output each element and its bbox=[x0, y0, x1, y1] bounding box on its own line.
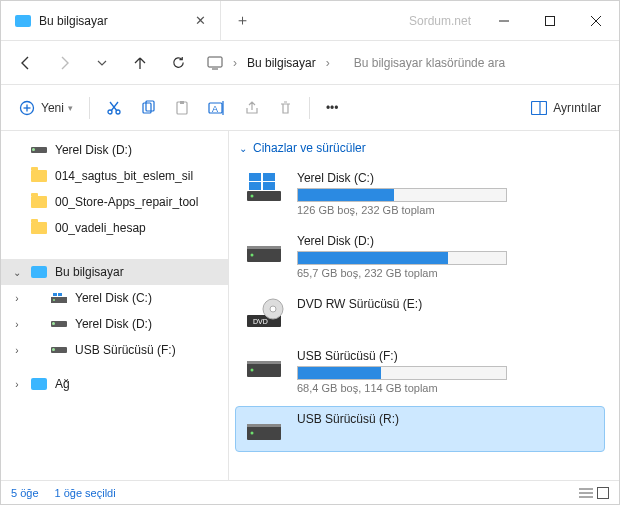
drive-subtext: 65,7 GB boş, 232 GB toplam bbox=[297, 267, 597, 279]
main-pane: ⌄ Cihazlar ve sürücüler Yerel Disk (C:)1… bbox=[229, 131, 619, 480]
drive-icon bbox=[243, 412, 285, 446]
drive-item[interactable]: USB Sürücüsü (R:) bbox=[235, 406, 605, 452]
status-count: 5 öğe bbox=[11, 487, 39, 499]
details-icon bbox=[531, 101, 547, 115]
svg-text:A: A bbox=[212, 104, 218, 114]
drive-icon: DVD bbox=[243, 297, 285, 331]
details-pane-button[interactable]: Ayrıntılar bbox=[523, 92, 609, 124]
svg-rect-4 bbox=[208, 57, 222, 67]
cut-button[interactable] bbox=[98, 92, 130, 124]
drive-title: Yerel Disk (D:) bbox=[297, 234, 597, 248]
forward-button[interactable] bbox=[47, 46, 81, 80]
sidebar-item-drive[interactable]: ›Yerel Disk (C:) bbox=[1, 285, 228, 311]
network-icon bbox=[31, 376, 47, 392]
expand-icon[interactable]: › bbox=[11, 319, 23, 330]
watermark: Sordum.net bbox=[409, 14, 481, 28]
sidebar-item-quick[interactable]: 00_Store-Apps_repair_tool bbox=[1, 189, 228, 215]
svg-rect-1 bbox=[546, 16, 555, 25]
delete-button[interactable] bbox=[270, 92, 301, 124]
sidebar-item-quick[interactable]: Yerel Disk (D:) bbox=[1, 137, 228, 163]
usage-bar bbox=[297, 251, 507, 265]
list-view-icon[interactable] bbox=[579, 487, 593, 499]
svg-rect-16 bbox=[180, 101, 184, 104]
collapse-icon[interactable]: ⌄ bbox=[11, 267, 23, 278]
location-pc-icon bbox=[207, 55, 223, 71]
this-pc-icon bbox=[31, 264, 47, 280]
sidebar-item-network[interactable]: ›Ağ bbox=[1, 371, 228, 397]
close-tab-icon[interactable]: ✕ bbox=[195, 13, 206, 28]
svg-rect-30 bbox=[249, 182, 261, 190]
sidebar-item-drive[interactable]: ›USB Sürücüsü (F:) bbox=[1, 337, 228, 363]
sidebar-item-quick[interactable]: 014_sagtus_bit_eslem_sil bbox=[1, 163, 228, 189]
status-selected: 1 öğe seçildi bbox=[55, 487, 116, 499]
drive-icon bbox=[243, 171, 285, 205]
paste-button[interactable] bbox=[166, 92, 198, 124]
svg-point-34 bbox=[251, 254, 254, 257]
drive-title: Yerel Disk (C:) bbox=[297, 171, 597, 185]
chevron-right-icon: › bbox=[233, 56, 237, 70]
drive-icon bbox=[243, 349, 285, 383]
drive-title: USB Sürücüsü (F:) bbox=[297, 349, 597, 363]
close-button[interactable] bbox=[573, 1, 619, 41]
this-pc-icon bbox=[15, 13, 31, 29]
svg-text:DVD: DVD bbox=[253, 318, 268, 325]
svg-rect-28 bbox=[249, 173, 261, 181]
svg-rect-33 bbox=[247, 246, 281, 249]
recent-dropdown-icon[interactable] bbox=[85, 46, 119, 80]
tile-view-icon[interactable] bbox=[597, 487, 609, 499]
search-input[interactable]: Bu bilgisayar klasöründe ara bbox=[354, 56, 611, 70]
svg-rect-43 bbox=[247, 424, 281, 427]
collapse-icon: ⌄ bbox=[239, 143, 247, 154]
expand-icon[interactable]: › bbox=[11, 345, 23, 356]
refresh-button[interactable] bbox=[161, 46, 195, 80]
chevron-right-icon: › bbox=[326, 56, 330, 70]
sidebar-item-quick[interactable]: 00_vadeli_hesap bbox=[1, 215, 228, 241]
new-button[interactable]: Yeni ▾ bbox=[11, 92, 81, 124]
svg-rect-25 bbox=[58, 293, 62, 296]
rename-button[interactable]: A bbox=[200, 92, 234, 124]
section-header[interactable]: ⌄ Cihazlar ve sürücüler bbox=[235, 141, 605, 155]
sidebar: Yerel Disk (D:) 014_sagtus_bit_eslem_sil… bbox=[1, 131, 229, 480]
svg-rect-40 bbox=[247, 361, 281, 364]
minimize-button[interactable] bbox=[481, 1, 527, 41]
drive-title: DVD RW Sürücüsü (E:) bbox=[297, 297, 597, 311]
drive-subtext: 126 GB boş, 232 GB toplam bbox=[297, 204, 597, 216]
drive-subtext: 68,4 GB boş, 114 GB toplam bbox=[297, 382, 597, 394]
svg-rect-20 bbox=[532, 101, 547, 114]
svg-point-41 bbox=[251, 369, 254, 372]
share-button[interactable] bbox=[236, 92, 268, 124]
more-button[interactable]: ••• bbox=[318, 92, 347, 124]
drive-icon bbox=[243, 234, 285, 268]
svg-point-23 bbox=[53, 299, 55, 301]
drive-title: USB Sürücüsü (R:) bbox=[297, 412, 597, 426]
expand-icon[interactable]: › bbox=[11, 293, 23, 304]
svg-point-27 bbox=[251, 195, 254, 198]
sidebar-item-drive[interactable]: ›Yerel Disk (D:) bbox=[1, 311, 228, 337]
drive-item[interactable]: DVDDVD RW Sürücüsü (E:) bbox=[235, 291, 605, 337]
svg-rect-31 bbox=[263, 182, 275, 190]
svg-point-44 bbox=[251, 432, 254, 435]
expand-icon[interactable]: › bbox=[11, 379, 23, 390]
tab-title: Bu bilgisayar bbox=[39, 14, 108, 28]
breadcrumb-label[interactable]: Bu bilgisayar bbox=[247, 56, 316, 70]
usage-bar bbox=[297, 366, 507, 380]
svg-rect-29 bbox=[263, 173, 275, 181]
new-tab-button[interactable]: ＋ bbox=[221, 11, 264, 30]
svg-point-38 bbox=[270, 306, 276, 312]
chevron-down-icon: ▾ bbox=[68, 103, 73, 113]
drive-icon bbox=[51, 290, 67, 306]
svg-rect-24 bbox=[53, 293, 57, 296]
drive-item[interactable]: Yerel Disk (D:)65,7 GB boş, 232 GB topla… bbox=[235, 228, 605, 285]
back-button[interactable] bbox=[9, 46, 43, 80]
drive-item[interactable]: USB Sürücüsü (F:)68,4 GB boş, 114 GB top… bbox=[235, 343, 605, 400]
drive-item[interactable]: Yerel Disk (C:)126 GB boş, 232 GB toplam bbox=[235, 165, 605, 222]
sidebar-item-this-pc[interactable]: ⌄ Bu bilgisayar bbox=[1, 259, 228, 285]
copy-button[interactable] bbox=[132, 92, 164, 124]
up-button[interactable] bbox=[123, 46, 157, 80]
breadcrumb[interactable]: › Bu bilgisayar › bbox=[207, 55, 330, 71]
svg-rect-48 bbox=[598, 488, 609, 499]
window-tab[interactable]: Bu bilgisayar ✕ bbox=[1, 1, 221, 41]
usage-bar bbox=[297, 188, 507, 202]
maximize-button[interactable] bbox=[527, 1, 573, 41]
